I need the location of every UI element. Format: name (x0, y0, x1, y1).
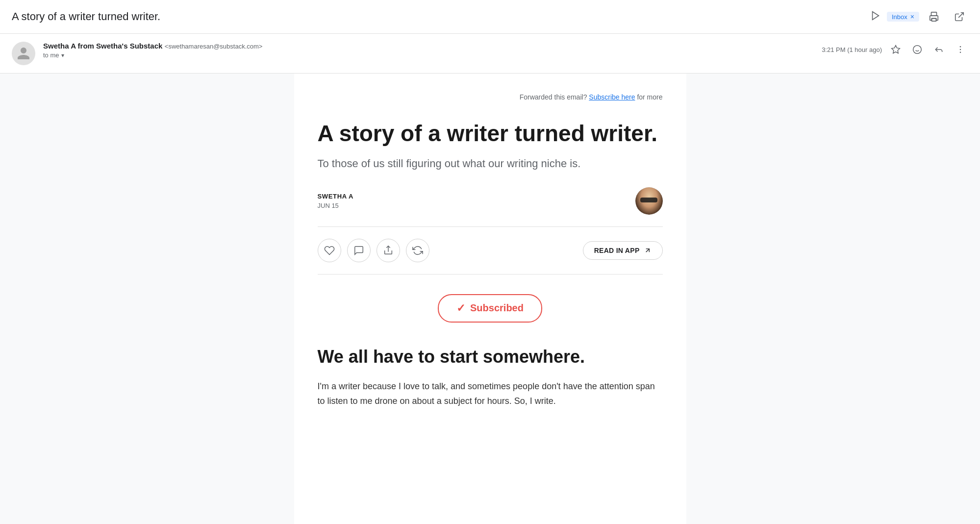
email-header: A story of a writer turned writer. Inbox… (0, 0, 980, 34)
sender-name: Swetha A from Swetha's Substack (43, 42, 162, 50)
email-body: Forwarded this email? Subscribe here for… (0, 74, 980, 524)
print-button[interactable] (925, 8, 943, 25)
snooze-icon[interactable] (870, 10, 881, 24)
divider-2 (318, 274, 663, 274)
author-info: SWETHA A JUN 15 (318, 193, 354, 209)
inbox-tag-close[interactable]: × (910, 13, 914, 21)
forwarded-suffix: for more (637, 93, 662, 101)
like-button[interactable] (318, 239, 341, 262)
timestamp: 3:21 PM (1 hour ago) (822, 46, 882, 53)
svg-rect-2 (931, 19, 936, 21)
divider-1 (318, 226, 663, 227)
article-title: A story of a writer turned writer. (318, 121, 663, 147)
reply-button[interactable] (931, 42, 947, 57)
header-actions (925, 8, 968, 25)
sender-email: <swethamaresan@substack.com> (165, 43, 263, 50)
expand-recipients-icon[interactable]: ▾ (61, 52, 64, 59)
comment-button[interactable] (347, 239, 371, 262)
more-options-button[interactable] (953, 42, 968, 57)
svg-line-12 (646, 249, 649, 252)
open-in-new-button[interactable] (951, 8, 968, 25)
emoji-button[interactable] (909, 42, 925, 57)
svg-point-5 (913, 46, 922, 54)
email-subject: A story of a writer turned writer. (12, 10, 864, 23)
share-button[interactable] (377, 239, 400, 262)
star-button[interactable] (888, 42, 904, 57)
sender-info: Swetha A from Swetha's Substack <swetham… (43, 42, 814, 59)
inbox-label: Inbox (892, 13, 907, 21)
author-avatar-image (635, 187, 663, 215)
svg-rect-1 (931, 12, 937, 16)
action-buttons-left (318, 239, 429, 262)
article-date: JUN 15 (318, 202, 354, 209)
email-container: A story of a writer turned writer. Inbox… (0, 0, 980, 524)
author-name: SWETHA A (318, 193, 354, 200)
author-row: SWETHA A JUN 15 (318, 187, 663, 215)
subscribed-container: ✓ Subscribed (318, 294, 663, 323)
subscribed-label: Subscribed (470, 302, 524, 314)
forwarded-notice: Forwarded this email? Subscribe here for… (318, 93, 663, 101)
sender-meta: 3:21 PM (1 hour ago) (822, 42, 968, 57)
sender-to[interactable]: to me ▾ (43, 51, 814, 59)
svg-point-10 (960, 52, 961, 53)
sender-row: Swetha A from Swetha's Substack <swetham… (0, 34, 980, 74)
author-avatar (635, 187, 663, 215)
forwarded-text: Forwarded this email? (520, 93, 587, 101)
svg-line-3 (958, 13, 963, 18)
svg-marker-0 (873, 11, 879, 20)
restack-button[interactable] (406, 239, 429, 262)
email-content: Forwarded this email? Subscribe here for… (294, 74, 686, 524)
svg-point-9 (960, 49, 961, 50)
svg-marker-4 (892, 46, 900, 53)
subscribed-button[interactable]: ✓ Subscribed (438, 294, 542, 323)
to-label: to me (43, 51, 59, 59)
subscribed-check-icon: ✓ (456, 302, 465, 315)
svg-point-8 (960, 46, 961, 48)
action-bar: READ IN APP (318, 239, 663, 262)
read-in-app-label: READ IN APP (594, 247, 640, 254)
read-in-app-button[interactable]: READ IN APP (583, 241, 663, 260)
article-subtitle: To those of us still figuring out what o… (318, 156, 663, 172)
inbox-tag: Inbox × (887, 12, 919, 22)
subscribe-here-link[interactable]: Subscribe here (589, 93, 635, 101)
sender-avatar (12, 42, 35, 65)
body-text: I'm a writer because I love to talk, and… (318, 379, 663, 409)
body-heading: We all have to start somewhere. (318, 346, 663, 367)
